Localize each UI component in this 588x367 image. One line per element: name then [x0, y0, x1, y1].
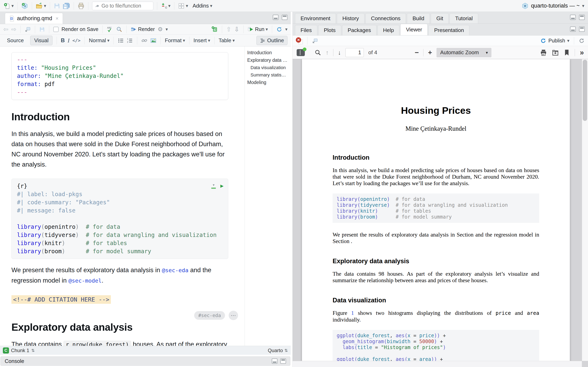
- forward-icon[interactable]: ⇨: [11, 26, 16, 33]
- render-on-save-checkbox[interactable]: [53, 27, 59, 32]
- pdf-bookmark-icon[interactable]: [564, 49, 570, 56]
- find-icon[interactable]: [315, 49, 321, 56]
- refresh-icon[interactable]: [579, 38, 585, 44]
- sidebar-toggle-icon[interactable]: [297, 49, 305, 56]
- publish-button[interactable]: Publish ▾: [540, 38, 570, 44]
- page-number-input[interactable]: [346, 48, 364, 57]
- tab-environment[interactable]: Environment: [295, 13, 336, 24]
- minimize-icon[interactable]: [272, 359, 277, 364]
- tab-presentation[interactable]: Presentation: [429, 25, 469, 35]
- outline-item[interactable]: Summary statis…: [247, 71, 291, 79]
- run-next-icon[interactable]: ⇩: [234, 26, 239, 33]
- maximize-icon[interactable]: [280, 359, 286, 364]
- bullet-list-icon[interactable]: [118, 38, 124, 44]
- present-paragraph[interactable]: We present the results of exploratory da…: [11, 265, 232, 286]
- format-menu[interactable]: Format ▾: [165, 37, 185, 44]
- outline-item[interactable]: Introduction: [247, 49, 291, 57]
- new-project-button[interactable]: R: [21, 2, 28, 9]
- tab-build[interactable]: Build: [407, 13, 430, 24]
- pdf-download-icon[interactable]: [552, 49, 559, 56]
- italic-button[interactable]: I: [68, 37, 69, 44]
- chunk-options-icon[interactable]: ▾: [211, 183, 216, 189]
- popout-icon[interactable]: [312, 38, 318, 44]
- save-icon[interactable]: [39, 26, 45, 32]
- run-chunk-icon[interactable]: ▶: [220, 182, 224, 190]
- insert-chunk-button[interactable]: C: [211, 26, 218, 33]
- maximize-icon[interactable]: [579, 26, 585, 32]
- new-file-caret-icon[interactable]: ▾: [11, 4, 14, 8]
- addins-menu[interactable]: Addins ▾: [192, 3, 212, 9]
- save-all-button[interactable]: [63, 2, 70, 9]
- tab-help[interactable]: Help: [378, 25, 399, 35]
- zoom-in-icon[interactable]: +: [428, 49, 432, 57]
- minimize-icon[interactable]: [273, 15, 278, 20]
- page-up-icon[interactable]: ↑: [326, 49, 329, 56]
- popout-icon[interactable]: [25, 26, 31, 33]
- chunk-position-label[interactable]: Chunk 1: [11, 348, 29, 353]
- run-previous-icon[interactable]: ⇧: [226, 26, 231, 33]
- minimize-icon[interactable]: [570, 26, 576, 32]
- tab-connections[interactable]: Connections: [365, 13, 406, 24]
- page-down-icon[interactable]: ↓: [338, 49, 341, 56]
- rerun-icon[interactable]: [276, 26, 282, 33]
- source-mode-button[interactable]: Source: [3, 36, 27, 45]
- close-tab-icon[interactable]: ×: [55, 15, 59, 22]
- outline-toggle-button[interactable]: Outline: [256, 36, 287, 45]
- outline-item[interactable]: Modeling: [247, 79, 291, 86]
- pdf-vertical-scrollbar[interactable]: [582, 59, 588, 361]
- git-caret-icon[interactable]: ▾: [168, 4, 171, 8]
- section-menu-button[interactable]: ⋯: [229, 311, 238, 320]
- rerun-caret-icon[interactable]: ▾: [285, 27, 287, 32]
- open-file-button[interactable]: ▾: [36, 2, 46, 9]
- link-icon[interactable]: [141, 38, 147, 44]
- zoom-level-select[interactable]: Automatic Zoom ▾: [437, 48, 492, 57]
- search-icon[interactable]: [116, 26, 122, 33]
- new-file-button[interactable]: ▾: [4, 3, 14, 9]
- clear-viewer-button[interactable]: ✕: [296, 37, 303, 44]
- image-icon[interactable]: [150, 38, 156, 44]
- tab-history[interactable]: History: [337, 13, 364, 24]
- pdf-horizontal-scrollbar[interactable]: [293, 361, 582, 367]
- tab-files[interactable]: Files: [295, 25, 317, 35]
- visual-editor-content[interactable]: ---title: "Housing Prices"author: "Mine …: [0, 47, 245, 346]
- goto-file-search[interactable]: [92, 2, 153, 10]
- gear-icon[interactable]: ⚙: [158, 26, 163, 33]
- pdf-viewport[interactable]: Housing Prices Mine Çetinkaya-Rundel Int…: [293, 59, 588, 367]
- chunk-spinner-icon[interactable]: ⇅: [31, 348, 35, 353]
- tab-tutorial[interactable]: Tutorial: [450, 13, 478, 24]
- render-options-caret-icon[interactable]: ▾: [165, 27, 168, 32]
- tab-viewer[interactable]: Viewer: [400, 24, 428, 35]
- tab-authoring-qmd[interactable]: authoring.qmd ×: [5, 13, 63, 24]
- visual-mode-button[interactable]: Visual: [30, 36, 52, 45]
- open-file-caret-icon[interactable]: ▾: [44, 4, 46, 8]
- git-button[interactable]: G ▾: [161, 3, 171, 9]
- maximize-icon[interactable]: [579, 15, 585, 20]
- outline-item[interactable]: Exploratory data …: [247, 57, 291, 64]
- table-menu[interactable]: Table ▾: [219, 37, 235, 44]
- minimize-icon[interactable]: [570, 15, 576, 20]
- pane-layout-button[interactable]: ▾: [178, 3, 188, 9]
- run-button[interactable]: Run ▾: [248, 26, 268, 33]
- project-menu[interactable]: R quarto-tutorials — ~ ▾: [522, 2, 584, 9]
- outline-item[interactable]: Data visualization: [247, 64, 291, 71]
- eda-paragraph[interactable]: The data contains r nrow(duke_forest) ho…: [11, 339, 232, 346]
- maximize-icon[interactable]: [282, 15, 287, 20]
- code-format-button[interactable]: </>: [72, 38, 81, 43]
- bold-button[interactable]: B: [61, 37, 65, 44]
- block-format-select[interactable]: Normal ▾: [89, 37, 109, 44]
- doc-mode-group[interactable]: Quarto ⇅: [268, 348, 288, 353]
- back-icon[interactable]: ⇦: [3, 26, 8, 33]
- intro-heading[interactable]: Introduction: [11, 111, 238, 123]
- print-button[interactable]: [78, 2, 85, 9]
- intro-paragraph[interactable]: In this analysis, we build a model predi…: [11, 129, 232, 170]
- console-header[interactable]: Console: [0, 356, 290, 366]
- yaml-block[interactable]: ---title: "Housing Prices"author: "Mine …: [11, 52, 228, 100]
- more-tools-icon[interactable]: »: [580, 48, 584, 57]
- pane-layout-caret-icon[interactable]: ▾: [186, 4, 188, 8]
- pdf-print-icon[interactable]: [540, 49, 547, 56]
- render-button[interactable]: Render: [131, 26, 155, 33]
- insert-menu[interactable]: Insert ▾: [194, 37, 210, 44]
- scrollbar-thumb[interactable]: [583, 60, 587, 121]
- code-chunk-load-pkgs[interactable]: ▾ ▶ {r}#| label: load-pkgs#| code-summar…: [11, 179, 228, 259]
- tab-packages[interactable]: Packages: [342, 25, 376, 35]
